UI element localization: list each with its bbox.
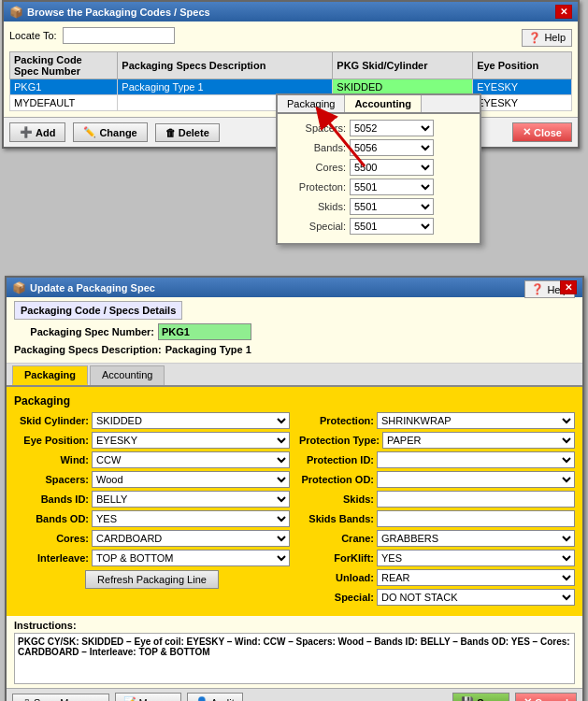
- help-button[interactable]: ❓ Help: [522, 29, 572, 47]
- protection-field-select[interactable]: SHRINKWRAP: [377, 412, 575, 429]
- col-header-desc: Packaging Specs Description: [118, 52, 333, 79]
- cancel-button[interactable]: ✕ Cancel: [515, 693, 577, 701]
- cancel-icon: ✕: [523, 696, 532, 701]
- protection-id-select[interactable]: [377, 451, 575, 468]
- eye-position-row: Eye Position: EYESKY: [14, 432, 290, 449]
- special-field-select[interactable]: DO NOT STACK: [377, 589, 575, 606]
- scan-manager-icon: 🖨: [21, 697, 31, 702]
- forklift-select[interactable]: YES: [377, 550, 575, 566]
- locate-input[interactable]: [63, 27, 175, 44]
- bottom-window: 📦 Update a Packaging Spec ✕ Packaging Co…: [5, 276, 584, 701]
- spacers-select[interactable]: 5052: [350, 120, 434, 136]
- skid-select[interactable]: SKIDDED: [92, 412, 290, 429]
- special-label: Special:: [285, 221, 346, 232]
- close-label: Close: [534, 127, 562, 138]
- protection-od-select[interactable]: [377, 471, 575, 488]
- spacers-field-select[interactable]: Wood: [92, 471, 290, 488]
- interleave-row: Interleave: TOP & BOTTOM: [14, 550, 290, 566]
- bottom-help-icon: ❓: [531, 283, 544, 295]
- memos-icon: 📝: [123, 696, 136, 701]
- cancel-label: Cancel: [535, 697, 568, 702]
- interleave-select[interactable]: TOP & BOTTOM: [92, 550, 290, 566]
- spacers-label: Spacers:: [285, 122, 346, 134]
- tab-packaging[interactable]: Packaging: [12, 365, 88, 385]
- top-close-button[interactable]: ✕: [555, 5, 572, 19]
- skids-bands-input[interactable]: [377, 510, 575, 527]
- protection-od-label: Protection OD:: [299, 474, 374, 485]
- skids-label: Skids:: [285, 201, 346, 212]
- protection-id-label: Protection ID:: [299, 454, 374, 465]
- special-select[interactable]: 5501: [350, 218, 434, 235]
- skid-label: Skid Cylinder:: [14, 415, 89, 426]
- cores-field-label: Cores:: [14, 533, 89, 544]
- audit-label: Audit: [211, 697, 235, 702]
- top-window-title: Browse the Packaging Codes / Specs: [27, 7, 210, 18]
- cell-code: MYDEFAULT: [10, 95, 118, 111]
- locate-label: Locate To:: [9, 30, 57, 41]
- bands-od-select[interactable]: YES: [92, 510, 290, 527]
- bands-select[interactable]: 5056: [350, 139, 434, 156]
- col-header-eye: Eye Position: [473, 52, 572, 79]
- cell-eye: EYESKY: [473, 79, 572, 95]
- top-titlebar: 📦 Browse the Packaging Codes / Specs ✕: [4, 2, 578, 21]
- skids-row: Skids: 5501: [285, 198, 472, 215]
- bands-od-row: Bands OD: YES: [14, 510, 290, 527]
- description-value: Packaging Type 1: [165, 344, 251, 355]
- scan-manager-button[interactable]: 🖨 Scan Manager: [12, 694, 109, 702]
- special-field-label: Special:: [299, 592, 374, 603]
- spec-number-input[interactable]: [158, 323, 251, 340]
- skids-select[interactable]: 5501: [350, 198, 434, 215]
- interleave-label: Interleave:: [14, 552, 89, 564]
- cell-pkg: SKIDDED: [333, 79, 473, 95]
- section-header: Packaging Code / Specs Details: [14, 301, 182, 320]
- save-button[interactable]: 💾 Save: [452, 693, 509, 701]
- audit-button[interactable]: 👤 Audit: [187, 693, 243, 701]
- accounting-popup: Packaging Accounting Spacers: 5052 Bands…: [276, 93, 481, 245]
- memos-button[interactable]: 📝 Memos: [115, 693, 181, 701]
- close-button-top[interactable]: ✕ Close: [512, 122, 572, 142]
- description-label: Packaging Specs Description:: [14, 344, 162, 355]
- instructions-area: Instructions: PKGC CY/SK: SKIDDED – Eye …: [7, 616, 582, 688]
- add-button[interactable]: ➕ Add: [9, 122, 65, 142]
- special-field-row: Special: DO NOT STACK: [299, 589, 575, 606]
- packaging-tab[interactable]: Packaging: [278, 95, 345, 112]
- right-col: Protection: SHRINKWRAP Protection Type: …: [299, 412, 575, 608]
- tab-accounting[interactable]: Accounting: [90, 365, 165, 385]
- tab-accounting-label: Accounting: [102, 369, 152, 380]
- left-col: Skid Cylinder: SKIDDED Eye Position: EYE…: [14, 412, 290, 608]
- add-label: Add: [36, 127, 55, 138]
- cores-field-select[interactable]: CARDBOARD: [92, 530, 290, 547]
- crane-select[interactable]: GRABBERS: [377, 530, 575, 547]
- help-icon: ❓: [528, 32, 541, 44]
- protection-select[interactable]: 5501: [350, 179, 434, 195]
- wind-label: Wind:: [14, 454, 89, 465]
- window-icon: 📦: [9, 6, 23, 19]
- protection-type-select[interactable]: PAPER: [382, 432, 575, 449]
- bottom-close-x[interactable]: ✕: [560, 280, 577, 294]
- help-label: Help: [544, 32, 566, 43]
- change-button[interactable]: ✏️ Change: [73, 122, 147, 142]
- save-icon: 💾: [461, 696, 474, 701]
- refresh-button[interactable]: Refresh Packaging Line: [85, 570, 219, 589]
- skids-field-input[interactable]: [377, 491, 575, 508]
- bottom-tabs: Packaging Accounting: [7, 364, 582, 387]
- delete-label: Delete: [179, 127, 209, 138]
- bottom-toolbar: 🖨 Scan Manager 📝 Memos 👤 Audit 💾 Save ✕ …: [7, 688, 582, 701]
- forklift-row: ForKlift: YES: [299, 550, 575, 566]
- accounting-tab[interactable]: Accounting: [345, 95, 422, 112]
- bands-id-row: Bands ID: BELLY: [14, 491, 290, 508]
- eye-select[interactable]: EYESKY: [92, 432, 290, 449]
- crane-row: Crane: GRABBERS: [299, 530, 575, 547]
- audit-icon: 👤: [195, 696, 208, 701]
- protection-field-label: Protection:: [299, 415, 374, 426]
- cores-select[interactable]: 5500: [350, 159, 434, 176]
- wind-select[interactable]: CCW: [92, 451, 290, 468]
- bands-id-select[interactable]: BELLY: [92, 491, 290, 508]
- packaging-content: Packaging Skid Cylinder: SKIDDED Eye Pos…: [7, 387, 582, 616]
- delete-button[interactable]: 🗑 Delete: [155, 123, 220, 142]
- unload-row: Unload: REAR: [299, 569, 575, 586]
- unload-select[interactable]: REAR: [377, 569, 575, 586]
- bands-od-label: Bands OD:: [14, 513, 89, 524]
- table-row[interactable]: PKG1 Packaging Type 1 SKIDDED EYESKY: [10, 79, 572, 95]
- skids-bands-label: Skids Bands:: [299, 513, 374, 524]
